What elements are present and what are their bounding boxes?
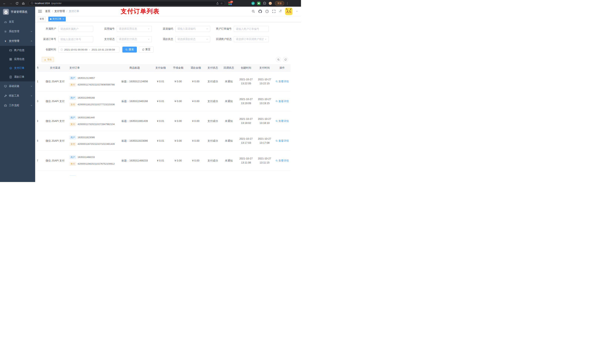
merchant-order-no-input[interactable]: [236, 27, 267, 30]
sidebar-toggle-icon[interactable]: [38, 10, 42, 13]
table-row: 118 微信 JSAPI 支付 商户1635311823086 支付420000…: [37, 131, 290, 151]
breadcrumb: 首页 / 支付管理 / 支付订单: [45, 10, 79, 13]
pay-status-select[interactable]: 请选择支付状态: [117, 36, 152, 42]
filter-merchant: 所属商户: [37, 26, 96, 32]
app-logo[interactable]: 芋道管理系统: [0, 7, 35, 17]
tab-home[interactable]: 首页: [38, 17, 46, 21]
sidebar-menu: 首页 系统管理 ¥ 支付管理: [0, 17, 35, 110]
chevron-up-icon: [30, 40, 32, 42]
sidebar-item-home[interactable]: 首页: [0, 17, 35, 27]
view-detail-link[interactable]: 查看详情: [275, 158, 289, 163]
extension-mosaic-icon[interactable]: 10: [228, 2, 232, 5]
chevron-down-icon: [148, 38, 150, 40]
cell-amount: ¥ 0.01: [152, 72, 169, 91]
sidebar-item-infrastructure[interactable]: 基础设施: [0, 81, 35, 91]
clock-icon: [60, 48, 63, 51]
extension-gray-icon[interactable]: [240, 2, 243, 5]
payment-submenu: 商户信息 应用信息 支付订单: [0, 46, 35, 81]
browser-forward-icon[interactable]: →: [8, 1, 13, 6]
sidebar-item-pay-order[interactable]: 支付订单: [0, 64, 35, 73]
channel-code-select[interactable]: 请输入渠道编码: [175, 26, 210, 32]
sidebar-item-payment[interactable]: ¥ 支付管理: [0, 36, 35, 46]
cell-pay-time: 2021-10-2713:22:15: [255, 72, 274, 91]
sidebar-item-merchant-info[interactable]: 商户信息: [0, 46, 35, 55]
bookmark-star-icon[interactable]: ☆: [220, 2, 223, 5]
merchant-input[interactable]: [60, 27, 91, 30]
breadcrumb-payment[interactable]: 支付管理: [54, 10, 65, 13]
url-bar[interactable]: ⓘ localhost:1024/pay/order ☆: [29, 1, 225, 6]
sidebar-item-app-info[interactable]: 应用信息: [0, 55, 35, 64]
cell-refund: ¥ 0.00: [187, 151, 204, 170]
sidebar-item-workflow[interactable]: 工作流程: [0, 101, 35, 110]
view-detail-link[interactable]: 查看详情: [275, 119, 289, 123]
reset-button[interactable]: 重置: [139, 47, 153, 52]
site-info-icon[interactable]: ⓘ: [31, 2, 33, 5]
user-avatar[interactable]: [285, 8, 292, 15]
table-row: 117 微信 JSAPI 支付 商户1635311468233 支付420000…: [37, 151, 290, 171]
extension-chat-icon[interactable]: [257, 2, 260, 5]
cell-create-time: 2021-10-2713:17:03: [237, 131, 255, 151]
refresh-table-button[interactable]: [283, 57, 288, 62]
page-header: 首页 / 支付管理 / 支付订单 支付订单列表 ?: [35, 7, 301, 16]
search-button[interactable]: 搜索: [122, 47, 137, 52]
cell-action: 查看详情: [274, 111, 290, 131]
channel-order-no: 4200001194202110276752100612: [77, 162, 115, 166]
cell-notify: 未通知: [221, 131, 237, 151]
export-button[interactable]: 导出: [42, 57, 54, 62]
filter-form: 所属商户 应用编号 请选择应用信息 渠道编码 请输入渠道编码: [37, 26, 278, 57]
filter-label: 渠道编码: [154, 27, 175, 31]
filter-label: 应用编号: [96, 27, 117, 31]
sidebar-item-dev-tools[interactable]: 研发工具: [0, 91, 35, 101]
channel-order-no-input[interactable]: [60, 38, 91, 41]
help-icon[interactable]: ?: [265, 10, 269, 13]
filter-channel-code: 渠道编码 请输入渠道编码: [154, 26, 213, 32]
github-icon[interactable]: [258, 10, 262, 13]
browser-home-icon[interactable]: [21, 1, 26, 6]
app-id-select[interactable]: 请选择应用信息: [117, 26, 152, 32]
search-icon[interactable]: [252, 10, 255, 13]
user-menu-caret-icon[interactable]: [296, 10, 298, 12]
view-detail-link[interactable]: 查看详情: [275, 79, 289, 83]
cell-channel: 微信 JSAPI 支付: [44, 131, 66, 151]
browser-update-button[interactable]: 更新: [275, 1, 284, 6]
cell-channel: 微信 JSAPI 支付: [44, 91, 66, 111]
notify-status-select[interactable]: 请选择订单回调商户状态: [234, 36, 269, 42]
breadcrumb-separator: /: [52, 10, 53, 13]
date-range-input[interactable]: 2021-10-01 00:00:00 - 2021-10-31 23:59:5…: [58, 47, 119, 52]
sidebar-item-refund-order[interactable]: 退款订单: [0, 73, 35, 81]
col-channel: 支付渠道: [44, 64, 66, 71]
cell-amount: ¥ 0.01: [152, 91, 169, 111]
cell-create-time: 2021-10-2713:22:05: [237, 72, 255, 91]
tags-view-bar: 首页 支付订单 ×: [35, 16, 301, 22]
view-detail-link[interactable]: 查看详情: [275, 99, 289, 103]
extension-pin-icon[interactable]: [234, 2, 237, 5]
refund-status-select[interactable]: 请选择退款状态: [175, 36, 210, 42]
col-status: 支付状态: [204, 64, 221, 71]
cell-amount: ¥ 0.01: [152, 151, 169, 170]
sidebar-item-system[interactable]: 系统管理: [0, 27, 35, 36]
cell-order: 商户1635311468233 支付4200001194202110276752…: [66, 151, 118, 170]
browser-back-icon[interactable]: ←: [2, 1, 7, 6]
font-size-icon[interactable]: тT: [279, 10, 282, 13]
share-icon[interactable]: [216, 2, 219, 5]
cell-status: 支付成功: [204, 131, 221, 151]
browser-profile-avatar[interactable]: [269, 2, 272, 5]
close-icon[interactable]: ×: [63, 18, 64, 20]
breadcrumb-home[interactable]: 首页: [45, 10, 50, 13]
extensions-puzzle-icon[interactable]: [263, 2, 266, 5]
toggle-search-button[interactable]: [276, 57, 281, 62]
browser-reload-icon[interactable]: [14, 1, 20, 6]
view-detail-link[interactable]: 查看详情: [275, 139, 289, 143]
filter-merchant-order-no: 商户订单编号: [213, 26, 271, 32]
filter-notify-status: 回调商户状态 请选择订单回调商户状态: [213, 36, 271, 42]
channel-order-no: 4200001181202110277723215336: [77, 103, 115, 106]
extension-check-icon[interactable]: [251, 2, 255, 5]
tab-pay-order[interactable]: 支付订单 ×: [48, 17, 66, 21]
fullscreen-icon[interactable]: [272, 10, 276, 13]
pay-tag: 支付: [69, 103, 76, 106]
cell-notify: 未通知: [221, 72, 237, 91]
merchant-tag: 商户: [69, 155, 76, 159]
browser-menu-icon[interactable]: ⋮: [285, 2, 290, 5]
cell-id: 120: [37, 91, 44, 111]
extension-olive-icon[interactable]: [246, 2, 249, 5]
